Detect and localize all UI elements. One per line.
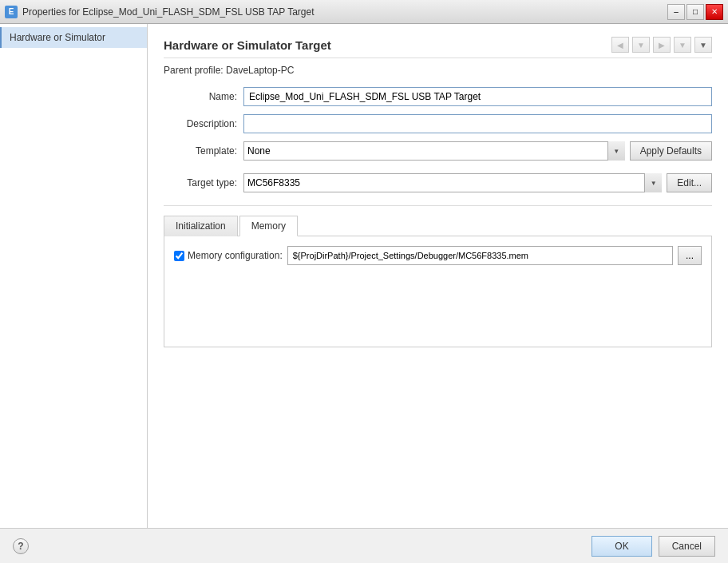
name-row: Name: [164, 87, 712, 106]
forward-dropdown-button[interactable]: ▼ [674, 37, 691, 53]
cancel-button[interactable]: Cancel [659, 536, 715, 557]
forward-button[interactable]: ▶ [653, 37, 671, 53]
sidebar: Hardware or Simulator [0, 24, 148, 528]
name-input[interactable] [243, 87, 712, 106]
target-type-select-wrapper: MC56F8335 ▼ [243, 173, 662, 192]
bottom-bar: ? OK Cancel [0, 528, 728, 563]
tabs-bar: Initialization Memory [164, 216, 712, 236]
target-type-label: Target type: [164, 177, 243, 188]
tab-content-memory: Memory configuration: ... [164, 236, 712, 347]
title-bar-controls: – □ ✕ [667, 4, 723, 20]
dialog-body: Hardware or Simulator Hardware or Simula… [0, 24, 728, 528]
content-area: Hardware or Simulator Target ◀ ▼ ▶ ▼ ▼ P… [148, 24, 728, 528]
app-icon: E [5, 6, 18, 18]
template-row: Template: None ▼ Apply Defaults [164, 141, 712, 161]
description-row: Description: [164, 114, 712, 133]
memory-path-input[interactable] [287, 246, 673, 265]
memory-config-checkbox[interactable] [174, 251, 184, 261]
target-type-select[interactable]: MC56F8335 [243, 173, 662, 192]
menu-button[interactable]: ▼ [694, 37, 712, 53]
bottom-left: ? [13, 538, 29, 554]
sidebar-item-hardware-simulator[interactable]: Hardware or Simulator [0, 27, 147, 48]
restore-button[interactable]: □ [686, 4, 704, 20]
page-title: Hardware or Simulator Target [164, 38, 331, 52]
edit-button[interactable]: Edit... [667, 173, 712, 192]
section-divider [164, 205, 712, 206]
content-title-bar: Hardware or Simulator Target ◀ ▼ ▶ ▼ ▼ [164, 37, 712, 58]
template-select-wrapper: None ▼ [243, 141, 625, 161]
browse-button[interactable]: ... [678, 246, 702, 265]
parent-profile: Parent profile: DaveLaptop-PC [164, 65, 712, 76]
template-select[interactable]: None [243, 141, 625, 161]
close-button[interactable]: ✕ [706, 4, 723, 20]
apply-defaults-button[interactable]: Apply Defaults [630, 141, 712, 161]
back-dropdown-button[interactable]: ▼ [632, 37, 650, 53]
bottom-right: OK Cancel [592, 536, 715, 557]
minimize-button[interactable]: – [667, 4, 685, 20]
title-bar: E Properties for Eclipse_Mod_Uni_FLASH_S… [0, 0, 728, 24]
title-bar-left: E Properties for Eclipse_Mod_Uni_FLASH_S… [5, 6, 315, 18]
title-bar-text: Properties for Eclipse_Mod_Uni_FLASH_SDM… [22, 6, 315, 18]
memory-config-label[interactable]: Memory configuration: [174, 250, 283, 261]
tab-initialization[interactable]: Initialization [164, 216, 238, 236]
back-button[interactable]: ◀ [611, 37, 629, 53]
tab-memory[interactable]: Memory [239, 216, 298, 236]
name-label: Name: [164, 91, 243, 102]
help-button[interactable]: ? [13, 538, 29, 554]
target-type-row: Target type: MC56F8335 ▼ Edit... [164, 173, 712, 192]
description-label: Description: [164, 118, 243, 129]
memory-config-row: Memory configuration: ... [174, 246, 702, 265]
ok-button[interactable]: OK [592, 536, 651, 557]
template-label: Template: [164, 145, 243, 157]
description-input[interactable] [243, 114, 712, 133]
nav-controls: ◀ ▼ ▶ ▼ ▼ [611, 37, 712, 53]
